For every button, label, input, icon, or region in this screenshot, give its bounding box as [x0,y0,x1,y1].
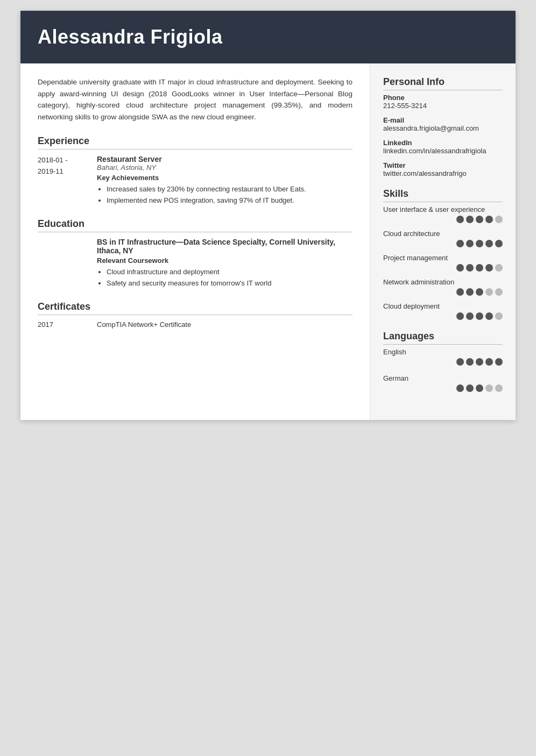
dot-filled [485,240,493,247]
dot-filled [495,358,503,366]
dot-filled [476,264,483,272]
dot-filled [476,312,483,320]
dot-filled [476,240,483,247]
summary-text: Dependable university graduate with IT m… [38,76,352,123]
experience-section: Experience 2018-01 - 2019-11 Restaurant … [38,135,352,206]
experience-title: Experience [38,135,352,149]
skill-item: Project management [383,254,503,272]
dot-filled [476,288,483,296]
achievement-item: Implemented new POS integration, saving … [107,195,352,206]
dot-filled [456,264,464,272]
skill-dots [383,288,503,296]
language-item: German [383,374,503,392]
languages-title: Languages [383,331,503,345]
skill-name: Project management [383,254,503,262]
skills-section: Skills User interface & user experienceC… [383,188,503,320]
skill-item: Cloud architecture [383,230,503,247]
candidate-name: Alessandra Frigiola [38,26,498,48]
dot-empty [495,216,503,223]
exp-title: Restaurant Server [97,155,352,163]
dot-filled [485,216,493,223]
skill-name: Cloud architecture [383,230,503,238]
language-item: English [383,348,503,366]
coursework-list: Cloud infrastructure and deployment Safe… [97,267,352,289]
personal-info-section: Personal Info Phone 212-555-3214 E-mail … [383,76,503,177]
phone-label: Phone [383,94,503,102]
info-twitter: Twitter twitter.com/alessandrafrigo [383,161,503,177]
achievements-list: Increased sales by 230% by connecting re… [97,184,352,206]
coursework-title: Relevant Coursework [97,256,352,265]
cert-entry: 2017 CompTIA Network+ Certificate [38,320,352,329]
skill-dots [383,240,503,247]
dot-filled [456,358,464,366]
dot-filled [456,384,464,392]
info-linkedin: LinkedIn linkedin.com/in/alessandrafrigi… [383,139,503,155]
resume-header: Alessandra Frigiola [20,11,516,63]
skill-name: User interface & user experience [383,205,503,213]
dot-filled [466,216,474,223]
edu-entry: BS in IT Infrastructure—Data Science Spe… [38,238,352,289]
education-title: Education [38,218,352,232]
dot-filled [485,264,493,272]
exp-date: 2018-01 - 2019-11 [38,155,97,206]
exp-company: Bahari, Astoria, NY [97,163,352,172]
phone-value: 212-555-3214 [383,102,503,110]
dot-filled [485,358,493,366]
language-name: German [383,374,503,382]
side-column: Personal Info Phone 212-555-3214 E-mail … [370,63,516,420]
dot-empty [485,384,493,392]
dot-filled [476,384,483,392]
linkedin-value: linkedin.com/in/alessandrafrigiola [383,147,503,155]
languages-section: Languages EnglishGerman [383,331,503,392]
skills-container: User interface & user experienceCloud ar… [383,205,503,320]
dot-empty [485,288,493,296]
language-dots [383,384,503,392]
dot-filled [466,358,474,366]
dot-empty [495,312,503,320]
resume-page: Alessandra Frigiola Dependable universit… [20,11,516,420]
edu-date [38,238,97,289]
skill-name: Cloud deployment [383,302,503,310]
dot-filled [485,312,493,320]
skills-title: Skills [383,188,503,202]
skill-item: Cloud deployment [383,302,503,320]
languages-container: EnglishGerman [383,348,503,392]
education-section: Education BS in IT Infrastructure—Data S… [38,218,352,289]
main-column: Dependable university graduate with IT m… [20,63,370,420]
dot-empty [495,384,503,392]
info-phone: Phone 212-555-3214 [383,94,503,110]
edu-degree: BS in IT Infrastructure—Data Science Spe… [97,238,352,255]
dot-filled [456,240,464,247]
twitter-label: Twitter [383,161,503,169]
dot-empty [495,264,503,272]
linkedin-label: LinkedIn [383,139,503,147]
dot-filled [456,312,464,320]
dot-filled [456,288,464,296]
info-email: E-mail alessandra.frigiola@gmail.com [383,116,503,132]
twitter-value: twitter.com/alessandrafrigo [383,169,503,177]
dot-filled [466,384,474,392]
body-content: Dependable university graduate with IT m… [20,63,516,420]
experience-entry: 2018-01 - 2019-11 Restaurant Server Baha… [38,155,352,206]
cert-year: 2017 [38,320,97,329]
dot-filled [466,240,474,247]
certificates-section: Certificates 2017 CompTIA Network+ Certi… [38,301,352,329]
achievement-item: Increased sales by 230% by connecting re… [107,184,352,195]
skill-dots [383,312,503,320]
coursework-item: Cloud infrastructure and deployment [107,267,352,278]
dot-filled [476,216,483,223]
email-label: E-mail [383,116,503,124]
email-value: alessandra.frigiola@gmail.com [383,124,503,132]
dot-filled [456,216,464,223]
achievements-title: Key Achievements [97,174,352,182]
coursework-item: Safety and security measures for tomorro… [107,278,352,289]
skill-dots [383,216,503,223]
edu-details: BS in IT Infrastructure—Data Science Spe… [97,238,352,289]
dot-empty [495,288,503,296]
personal-info-title: Personal Info [383,76,503,90]
skill-item: User interface & user experience [383,205,503,223]
language-dots [383,358,503,366]
dot-filled [466,312,474,320]
cert-name: CompTIA Network+ Certificate [97,320,191,329]
skill-item: Network administration [383,278,503,296]
